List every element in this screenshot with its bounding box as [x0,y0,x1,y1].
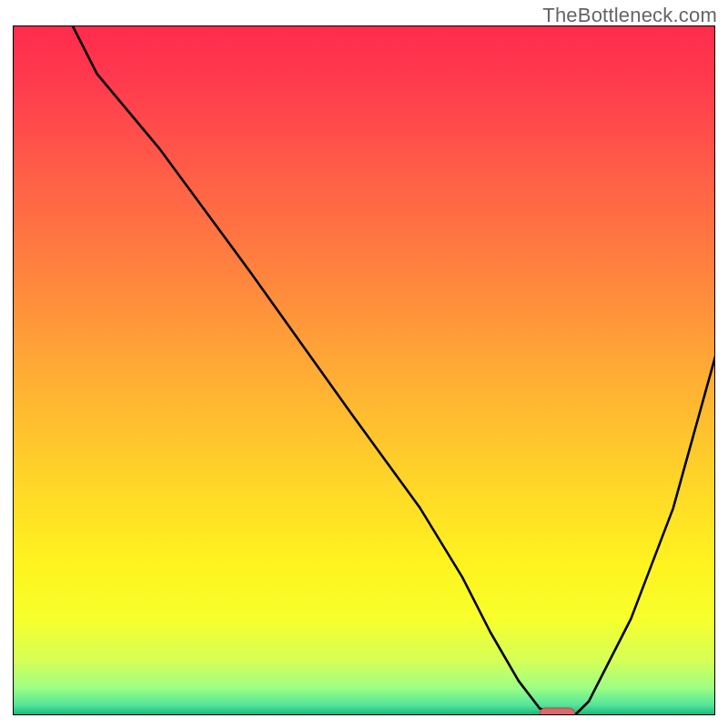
watermark-text: TheBottleneck.com [542,4,717,27]
gradient-background [13,25,715,715]
optimum-marker [540,708,575,715]
bottleneck-chart [13,25,715,715]
chart-container: TheBottleneck.com [0,0,728,728]
